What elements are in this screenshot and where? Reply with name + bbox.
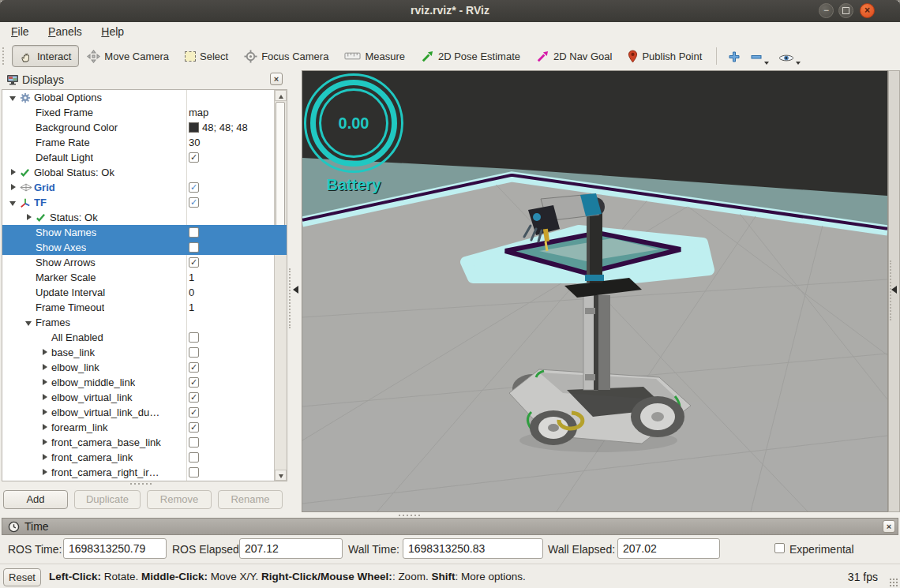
tree-row[interactable]: elbow_middle_link✓ [2, 375, 287, 390]
tool-publish-point[interactable]: Publish Point [620, 45, 710, 67]
tree-row-value[interactable]: ✓ [189, 405, 199, 420]
tree-row[interactable]: Default Light✓ [2, 150, 287, 165]
resize-grip[interactable] [889, 578, 898, 587]
tree-row-value[interactable]: ✓ [189, 150, 199, 165]
tree-row-value[interactable] [189, 225, 199, 240]
add-button[interactable]: Add [3, 490, 68, 509]
tree-row[interactable]: elbow_link✓ [2, 360, 287, 375]
checkbox[interactable] [189, 347, 199, 358]
tree-row[interactable]: Fixed Framemap [2, 105, 287, 120]
expander-right-icon[interactable] [39, 345, 51, 360]
tree-row[interactable]: front_camera_link [2, 450, 287, 465]
tree-row[interactable]: forearm_link✓ [2, 420, 287, 435]
tree-row[interactable]: Global Status: Ok [2, 165, 287, 180]
menu-help[interactable]: Help [93, 22, 132, 41]
tree-row-value[interactable] [189, 345, 199, 360]
tree-row-value[interactable]: ✓ [189, 375, 199, 390]
tree-row[interactable]: All Enabled [2, 330, 287, 345]
tree-row-value[interactable]: ✓ [189, 420, 199, 435]
checkbox[interactable]: ✓ [189, 422, 199, 433]
minimize-button[interactable]: − [819, 3, 834, 18]
checkbox[interactable]: ✓ [189, 377, 199, 388]
expander-right-icon[interactable] [39, 375, 51, 390]
tree-row-value[interactable]: 48; 48; 48 [189, 120, 248, 135]
tree-row-value[interactable] [189, 330, 199, 345]
add-display-button[interactable] [723, 46, 745, 66]
expander-right-icon[interactable] [7, 180, 20, 195]
wall-time-input[interactable] [403, 538, 543, 559]
expander-down-icon[interactable] [23, 315, 36, 330]
expander-right-icon[interactable] [39, 360, 51, 375]
tree-row-value[interactable]: ✓ [189, 180, 199, 195]
visibility-button[interactable] [774, 46, 805, 66]
3d-viewport[interactable]: 0.00 Battery [302, 70, 888, 512]
tree-row[interactable]: Background Color48; 48; 48 [2, 120, 287, 135]
checkbox[interactable] [189, 452, 199, 463]
tree-row[interactable]: Show Axes [2, 240, 287, 255]
tree-row[interactable]: front_camera_base_link [2, 435, 287, 450]
checkbox[interactable] [189, 332, 199, 343]
tool-focus-camera[interactable]: Focus Camera [236, 45, 336, 67]
tree-row[interactable]: Marker Scale1 [2, 270, 287, 285]
tool-interact[interactable]: Interact [12, 45, 79, 67]
tool-measure[interactable]: Measure [336, 45, 413, 67]
menu-file[interactable]: File [3, 22, 37, 41]
checkbox[interactable]: ✓ [189, 407, 199, 418]
reset-button[interactable]: Reset [3, 568, 41, 586]
menu-panels[interactable]: Panels [40, 22, 90, 41]
tree-row-value[interactable] [189, 435, 199, 450]
tree-row-value[interactable]: 1 [189, 270, 194, 285]
tree-row[interactable]: elbow_virtual_link_du…✓ [2, 405, 287, 420]
tree-row-value[interactable]: 30 [189, 135, 200, 150]
expander-right-icon[interactable] [39, 405, 51, 420]
checkbox[interactable] [189, 467, 199, 478]
expander-right-icon[interactable] [39, 435, 51, 450]
duplicate-button[interactable]: Duplicate [74, 490, 141, 509]
expander-right-icon[interactable] [23, 210, 36, 225]
tree-row-value[interactable]: ✓ [189, 255, 199, 270]
tool-2d-nav-goal[interactable]: 2D Nav Goal [528, 45, 620, 67]
expander-right-icon[interactable] [39, 420, 51, 435]
tree-row[interactable]: elbow_virtual_link✓ [2, 390, 287, 405]
tree-row[interactable]: Status: Ok [2, 210, 287, 225]
checkbox[interactable]: ✓ [189, 362, 199, 373]
checkbox[interactable]: ✓ [189, 197, 199, 208]
tree-row[interactable]: front_camera_right_ir… [2, 465, 287, 480]
checkbox[interactable] [189, 437, 199, 448]
ros-elapsed-input[interactable] [239, 538, 343, 559]
expander-right-icon[interactable] [7, 165, 20, 180]
tree-row-value[interactable] [189, 450, 199, 465]
expander-right-icon[interactable] [39, 390, 51, 405]
collapse-left-panel-icon[interactable] [293, 286, 298, 294]
tree-row[interactable]: Global Options [2, 90, 287, 105]
checkbox[interactable]: ✓ [189, 392, 199, 403]
rename-button[interactable]: Rename [218, 490, 283, 509]
tree-row[interactable]: Show Names [2, 225, 287, 240]
wall-elapsed-input[interactable] [617, 538, 720, 559]
tree-row[interactable]: Frame Rate30 [2, 135, 287, 150]
checkbox[interactable] [189, 227, 199, 238]
tree-row[interactable]: Update Interval0 [2, 285, 287, 300]
tree-row-value[interactable]: 0 [189, 285, 194, 300]
maximize-button[interactable] [838, 3, 853, 18]
tree-row-value[interactable]: map [189, 105, 208, 120]
tree-row[interactable]: Grid✓ [2, 180, 287, 195]
collapse-right-panel-icon[interactable] [891, 286, 897, 294]
remove-display-button[interactable] [745, 46, 774, 66]
tree-row-value[interactable]: ✓ [189, 390, 199, 405]
checkbox[interactable] [189, 242, 199, 253]
expander-down-icon[interactable] [7, 195, 20, 210]
horizontal-splitter-handle[interactable] [399, 515, 420, 516]
tool-select[interactable]: Select [177, 45, 236, 67]
tree-row[interactable]: Frame Timeout1 [2, 300, 287, 315]
expander-right-icon[interactable] [39, 450, 51, 465]
toolbar-drag-handle[interactable] [2, 47, 7, 65]
experimental-checkbox[interactable] [774, 543, 785, 553]
ros-time-input[interactable] [63, 538, 167, 559]
tree-row-value[interactable]: ✓ [189, 195, 199, 210]
tree-row-value[interactable] [189, 465, 199, 480]
tree-row[interactable]: TF✓ [2, 195, 287, 210]
checkbox[interactable]: ✓ [189, 257, 199, 268]
remove-button[interactable]: Remove [147, 490, 212, 509]
tree-row-value[interactable]: ✓ [189, 360, 199, 375]
